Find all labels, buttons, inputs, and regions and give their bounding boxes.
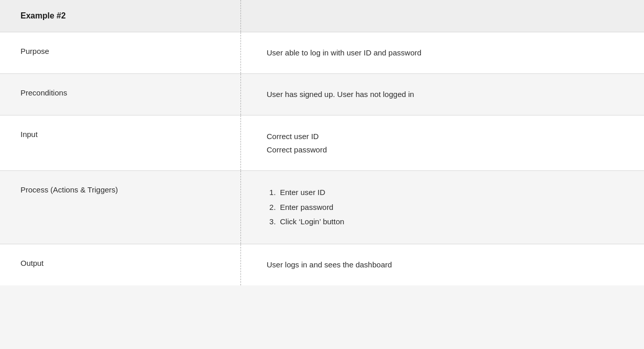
output-value: User logs in and sees the dashboard [267,259,623,271]
purpose-label: Purpose [21,47,49,55]
input-line-1: Correct user ID [267,130,623,143]
table-container: Example #2 Purpose User able to log in w… [0,0,644,285]
preconditions-value: User has signed up. User has not logged … [267,88,623,101]
input-line-2: Correct password [267,143,623,157]
process-list: Enter user ID Enter password Click ‘Logi… [267,185,623,229]
output-label-col: Output [0,244,241,285]
process-value: Enter user ID Enter password Click ‘Logi… [267,185,623,229]
header-left-col: Example #2 [0,0,241,32]
table-row: Preconditions User has signed up. User h… [0,74,644,115]
header-right-col [241,0,644,32]
process-label-col: Process (Actions & Triggers) [0,171,241,244]
process-list-item-2: Enter password [278,200,623,215]
input-label: Input [21,130,37,139]
process-list-item-1: Enter user ID [278,185,623,200]
header-row: Example #2 [0,0,644,32]
process-list-item-3: Click ‘Login’ button [278,215,623,229]
purpose-label-col: Purpose [0,32,241,73]
table-title: Example #2 [21,11,66,20]
input-value: Correct user ID Correct password [267,130,623,156]
process-label: Process (Actions & Triggers) [21,185,118,194]
input-label-col: Input [0,115,241,170]
process-value-col: Enter user ID Enter password Click ‘Logi… [241,171,644,244]
output-label: Output [21,259,44,267]
output-value-col: User logs in and sees the dashboard [241,244,644,285]
table-row: Input Correct user ID Correct password [0,115,644,171]
preconditions-value-col: User has signed up. User has not logged … [241,74,644,115]
purpose-value: User able to log in with user ID and pas… [267,47,623,59]
table-row: Process (Actions & Triggers) Enter user … [0,171,644,244]
preconditions-label: Preconditions [21,88,67,97]
preconditions-label-col: Preconditions [0,74,241,115]
table-row: Output User logs in and sees the dashboa… [0,244,644,285]
purpose-value-col: User able to log in with user ID and pas… [241,32,644,73]
table-row: Purpose User able to log in with user ID… [0,32,644,74]
input-value-col: Correct user ID Correct password [241,115,644,170]
